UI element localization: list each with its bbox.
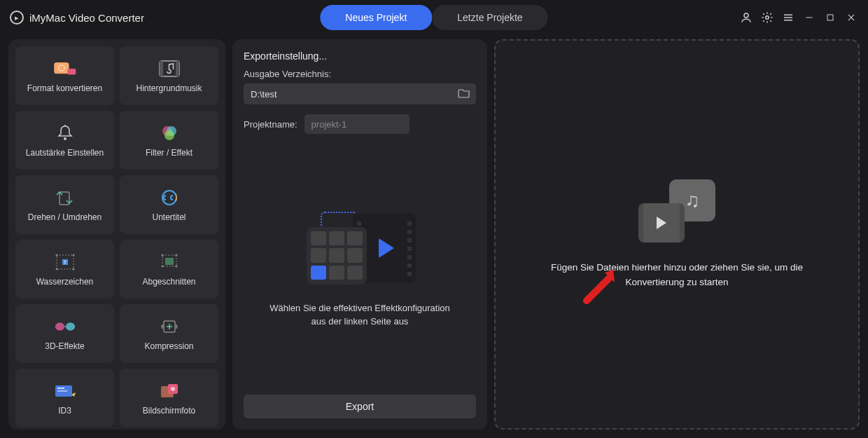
svg-point-36 bbox=[65, 322, 74, 330]
maximize-button[interactable] bbox=[823, 11, 837, 25]
app-title-text: iMyMac Video Converter bbox=[29, 12, 144, 24]
tab-new-project[interactable]: Neues Projekt bbox=[320, 5, 432, 30]
tool-label: ID3 bbox=[58, 406, 71, 416]
tool-subtitles[interactable]: Untertitel bbox=[120, 175, 218, 234]
glasses-icon bbox=[53, 316, 77, 337]
tool-screenshot[interactable]: Bildschirmfoto bbox=[120, 369, 218, 427]
tool-compression[interactable]: Kompression bbox=[120, 304, 218, 363]
svg-point-15 bbox=[64, 137, 66, 140]
svg-rect-6 bbox=[827, 15, 833, 20]
dropzone-illustration-icon: ♫ bbox=[638, 179, 715, 242]
tab-recent-projects[interactable]: Letzte Projekte bbox=[432, 5, 547, 30]
window-controls bbox=[739, 11, 858, 25]
tool-label: 3D-Effekte bbox=[45, 341, 84, 351]
effect-illustration-icon bbox=[304, 207, 416, 292]
effect-hint-text: Wählen Sie die effektiven Effektkonfigur… bbox=[262, 301, 458, 329]
tool-filter-effect[interactable]: Filter / Effekt bbox=[120, 111, 218, 170]
crop-icon bbox=[158, 252, 181, 273]
account-icon[interactable] bbox=[739, 11, 753, 25]
svg-point-44 bbox=[171, 387, 175, 391]
tool-label: Bildschirmfoto bbox=[143, 406, 195, 416]
svg-point-28 bbox=[72, 268, 74, 270]
svg-point-33 bbox=[161, 265, 163, 267]
main: Format konvertieren Hintergrundmusik Lau… bbox=[0, 35, 868, 438]
file-dropzone[interactable]: ♫ Fügen Sie Dateien hierher hinzu oder z… bbox=[494, 39, 860, 430]
format-convert-icon bbox=[53, 58, 77, 79]
svg-point-34 bbox=[175, 265, 177, 267]
tool-sidebar: Format konvertieren Hintergrundmusik Lau… bbox=[8, 39, 225, 430]
tool-bg-music[interactable]: Hintergrundmusik bbox=[120, 46, 218, 105]
subtitle-icon bbox=[158, 187, 181, 208]
svg-point-35 bbox=[55, 322, 64, 330]
tool-label: Lautstärke Einstellen bbox=[26, 148, 104, 158]
project-name-input[interactable] bbox=[304, 114, 410, 134]
output-dir-value: D:\test bbox=[251, 89, 277, 100]
tool-format-convert[interactable]: Format konvertieren bbox=[15, 46, 114, 105]
id3-icon bbox=[53, 381, 77, 402]
export-button[interactable]: Export bbox=[244, 395, 476, 418]
compress-icon bbox=[158, 316, 181, 337]
svg-rect-40 bbox=[57, 388, 64, 389]
tool-volume[interactable]: Lautstärke Einstellen bbox=[15, 111, 114, 170]
svg-point-25 bbox=[55, 254, 57, 256]
bell-icon bbox=[53, 123, 77, 144]
music-icon bbox=[158, 58, 181, 79]
tool-label: Hintergrundmusik bbox=[136, 83, 202, 93]
tool-rotate-flip[interactable]: Drehen / Umdrehen bbox=[15, 175, 114, 234]
project-name-label: Projektname: bbox=[244, 119, 298, 130]
svg-rect-30 bbox=[165, 258, 174, 265]
tool-id3[interactable]: ID3 bbox=[15, 369, 114, 427]
rotate-icon bbox=[53, 187, 77, 208]
tool-label: Abgeschnitten bbox=[142, 277, 195, 287]
svg-point-19 bbox=[164, 130, 174, 140]
svg-rect-11 bbox=[67, 69, 76, 75]
browse-folder-icon[interactable] bbox=[458, 88, 470, 101]
menu-icon[interactable] bbox=[781, 11, 795, 25]
tool-crop[interactable]: Abgeschnitten bbox=[120, 240, 218, 299]
svg-point-0 bbox=[744, 13, 748, 18]
export-settings-title: Exporteinstellung... bbox=[244, 50, 476, 62]
tool-label: Untertitel bbox=[152, 212, 186, 222]
tool-label: Format konvertieren bbox=[27, 83, 102, 93]
tool-3d-effects[interactable]: 3D-Effekte bbox=[15, 304, 114, 363]
titlebar: ▸ iMyMac Video Converter Neues Projekt L… bbox=[0, 0, 868, 35]
svg-text:T: T bbox=[63, 260, 66, 265]
settings-icon[interactable] bbox=[760, 11, 774, 25]
tool-label: Drehen / Umdrehen bbox=[28, 212, 102, 222]
output-dir-label: Ausgabe Verzeichnis: bbox=[244, 69, 476, 79]
app-logo-icon: ▸ bbox=[10, 11, 24, 25]
svg-point-32 bbox=[175, 254, 177, 256]
camera-icon bbox=[158, 381, 181, 402]
output-dir-field[interactable]: D:\test bbox=[244, 83, 476, 104]
tool-label: Filter / Effekt bbox=[146, 148, 192, 158]
watermark-icon: T bbox=[53, 252, 77, 273]
svg-point-1 bbox=[766, 16, 769, 20]
svg-point-27 bbox=[55, 268, 57, 270]
tool-label: Kompression bbox=[144, 341, 193, 351]
svg-point-31 bbox=[161, 254, 163, 256]
svg-rect-41 bbox=[57, 390, 67, 392]
export-settings: Exporteinstellung... Ausgabe Verzeichnis… bbox=[232, 39, 487, 430]
svg-rect-14 bbox=[176, 61, 179, 76]
svg-rect-13 bbox=[160, 61, 163, 76]
app-title: ▸ iMyMac Video Converter bbox=[10, 11, 144, 25]
close-button[interactable] bbox=[844, 11, 858, 25]
tool-watermark[interactable]: T Wasserzeichen bbox=[15, 240, 114, 299]
tabs: Neues Projekt Letzte Projekte bbox=[320, 5, 547, 30]
filter-icon bbox=[158, 123, 181, 144]
minimize-button[interactable] bbox=[802, 11, 816, 25]
svg-point-26 bbox=[72, 254, 74, 256]
effect-config-area: Wählen Sie die effektiven Effektkonfigur… bbox=[244, 148, 476, 388]
dropzone-text: Fügen Sie Dateien hierher hinzu oder zie… bbox=[530, 261, 824, 289]
svg-rect-9 bbox=[54, 62, 68, 73]
tool-label: Wasserzeichen bbox=[36, 277, 94, 287]
